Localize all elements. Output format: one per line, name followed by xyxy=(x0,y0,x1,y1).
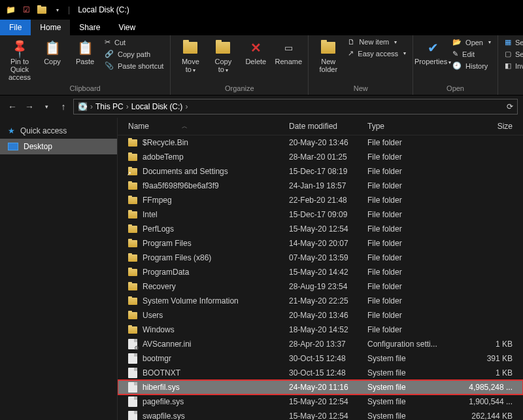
qa-dropdown[interactable]: ▾ xyxy=(51,3,64,16)
address-bar[interactable]: 💽 › This PC › Local Disk (C:) › ⟳ xyxy=(73,99,518,114)
recent-dropdown[interactable]: ▾ xyxy=(39,99,54,114)
file-pane: Name︿ Date modified Type Size $Recycle.B… xyxy=(118,118,523,420)
file-row[interactable]: ↗Documents and Settings15-Dec-17 08:19Fi… xyxy=(118,164,523,179)
group-open: ✔ Properties▾ 📂Open▾ ✎Edit 🕘History Open xyxy=(413,35,498,95)
select-none-button[interactable]: ▢Select none xyxy=(502,48,523,60)
file-row[interactable]: AVScanner.ini28-Apr-20 13:37Configuratio… xyxy=(118,337,523,351)
file-row[interactable]: Windows18-May-20 14:52File folder xyxy=(118,323,523,337)
file-date: 15-May-20 12:54 xyxy=(289,397,367,406)
sidebar: ★ Quick access Desktop xyxy=(0,118,118,420)
file-row[interactable]: bootmgr30-Oct-15 12:48System file391 KB xyxy=(118,351,523,366)
folder-icon xyxy=(128,312,137,319)
file-row[interactable]: FFmpeg22-Feb-20 21:48File folder xyxy=(118,193,523,207)
file-date: 21-May-20 22:25 xyxy=(289,296,367,306)
file-row[interactable]: Program Files (x86)07-May-20 13:59File f… xyxy=(118,251,523,265)
crumb-drive[interactable]: Local Disk (C:) xyxy=(131,102,183,111)
sidebar-desktop[interactable]: Desktop xyxy=(0,139,117,154)
move-to-button[interactable]: Move to▾ xyxy=(175,37,206,77)
copy-label: Copy xyxy=(44,58,61,65)
tab-file[interactable]: File xyxy=(0,20,31,35)
copy-to-button[interactable]: Copy to▾ xyxy=(207,37,239,77)
history-button[interactable]: 🕘History xyxy=(450,60,494,71)
qa-save-icon[interactable]: ☑ xyxy=(20,3,33,16)
star-icon: ★ xyxy=(8,126,15,135)
folder-icon xyxy=(128,197,137,204)
delete-button[interactable]: ✕ Delete xyxy=(240,37,271,68)
file-date: 14-May-20 20:07 xyxy=(289,239,367,248)
rename-button[interactable]: ▭ Rename xyxy=(273,37,304,68)
file-type: File folder xyxy=(367,268,447,277)
file-row[interactable]: pagefile.sys15-May-20 12:54System file1,… xyxy=(118,394,523,409)
open-icon: 📂 xyxy=(452,38,462,46)
copy-path-button[interactable]: 🔗Copy path xyxy=(102,48,166,60)
col-name[interactable]: Name︿ xyxy=(118,122,289,131)
paste-button[interactable]: 📋 Paste xyxy=(69,37,101,68)
file-name: $Recycle.Bin xyxy=(143,138,188,147)
file-size: 4,985,248 ... xyxy=(447,383,523,392)
file-name: Program Files (x86) xyxy=(143,253,211,262)
file-row[interactable]: Program Files14-May-20 20:07File folder xyxy=(118,236,523,251)
file-row[interactable]: BOOTNXT30-Oct-15 12:48System file1 KB xyxy=(118,366,523,380)
titlebar-separator: | xyxy=(68,5,70,14)
col-date[interactable]: Date modified xyxy=(289,122,367,131)
file-name: hiberfil.sys xyxy=(143,383,180,392)
file-icon xyxy=(128,353,137,364)
new-folder-button[interactable]: New folder xyxy=(312,37,344,76)
copy-button[interactable]: 📋 Copy xyxy=(37,37,68,68)
file-date: 15-May-20 12:54 xyxy=(289,224,367,234)
crumb-sep: › xyxy=(90,102,93,111)
col-size[interactable]: Size xyxy=(447,122,523,131)
file-date: 20-May-20 13:46 xyxy=(289,311,367,320)
file-date: 15-Dec-17 09:09 xyxy=(289,210,367,219)
tab-view[interactable]: View xyxy=(109,20,144,35)
up-button[interactable]: ↑ xyxy=(56,99,71,114)
qa-folder-icon[interactable] xyxy=(35,3,48,16)
file-row[interactable]: Intel15-Dec-17 09:09File folder xyxy=(118,207,523,222)
back-button[interactable]: ← xyxy=(5,99,20,114)
select-all-button[interactable]: ▦Select all xyxy=(502,37,523,48)
selectall-icon: ▦ xyxy=(505,38,511,46)
file-name: BOOTNXT xyxy=(143,368,180,377)
tab-home[interactable]: Home xyxy=(31,20,70,35)
easy-access-button[interactable]: ↗Easy access▾ xyxy=(345,48,409,59)
invert-selection-button[interactable]: ◧Invert selection xyxy=(502,60,523,71)
file-row[interactable]: hiberfil.sys24-May-20 11:16System file4,… xyxy=(118,380,523,394)
file-row[interactable]: PerfLogs15-May-20 12:54File folder xyxy=(118,222,523,236)
group-clipboard: 📌 Pin to Quick access 📋 Copy 📋 Paste ✂Cu… xyxy=(0,35,171,95)
main-area: ★ Quick access Desktop Name︿ Date modifi… xyxy=(0,118,523,420)
cut-button[interactable]: ✂Cut xyxy=(102,37,166,48)
file-date: 28-Mar-20 01:25 xyxy=(289,152,367,162)
file-row[interactable]: System Volume Information21-May-20 22:25… xyxy=(118,294,523,308)
new-item-button[interactable]: 🗋New item▾ xyxy=(345,37,409,47)
paste-label: Paste xyxy=(76,58,94,65)
file-row[interactable]: $Recycle.Bin20-May-20 13:46File folder xyxy=(118,135,523,150)
address-row: ← → ▾ ↑ 💽 › This PC › Local Disk (C:) › … xyxy=(0,96,523,118)
pin-to-quick-access-button[interactable]: 📌 Pin to Quick access xyxy=(4,37,35,84)
edit-button[interactable]: ✎Edit xyxy=(450,48,494,60)
paste-shortcut-button[interactable]: 📎Paste shortcut xyxy=(102,60,166,71)
config-file-icon xyxy=(128,339,137,349)
file-name: FFmpeg xyxy=(143,196,172,205)
properties-button[interactable]: ✔ Properties▾ xyxy=(417,37,448,69)
tab-share[interactable]: Share xyxy=(70,20,109,35)
file-name: Intel xyxy=(143,210,158,219)
file-row[interactable]: adobeTemp28-Mar-20 01:25File folder xyxy=(118,150,523,164)
file-row[interactable]: ProgramData15-May-20 14:42File folder xyxy=(118,265,523,279)
col-type[interactable]: Type xyxy=(367,122,447,131)
refresh-button[interactable]: ⟳ xyxy=(507,102,513,111)
open-button[interactable]: 📂Open▾ xyxy=(450,37,494,48)
file-date: 24-May-20 11:16 xyxy=(289,383,367,392)
file-row[interactable]: Users20-May-20 13:46File folder xyxy=(118,308,523,323)
folder-icon xyxy=(128,254,137,262)
file-date: 28-Aug-19 23:54 xyxy=(289,282,367,291)
file-row[interactable]: f9aa5f698f96be6af3f924-Jan-19 18:57File … xyxy=(118,179,523,193)
forward-button[interactable]: → xyxy=(22,99,37,114)
file-row[interactable]: Recovery28-Aug-19 23:54File folder xyxy=(118,279,523,294)
titlebar: 📁 ☑ ▾ | Local Disk (C:) xyxy=(0,0,523,20)
folder-icon xyxy=(128,154,137,161)
selectnone-icon: ▢ xyxy=(505,50,511,58)
file-row[interactable]: swapfile.sys15-May-20 12:54System file26… xyxy=(118,409,523,420)
file-icon xyxy=(128,382,137,393)
crumb-thispc[interactable]: This PC xyxy=(95,102,124,111)
sidebar-quick-access[interactable]: ★ Quick access xyxy=(0,123,117,139)
